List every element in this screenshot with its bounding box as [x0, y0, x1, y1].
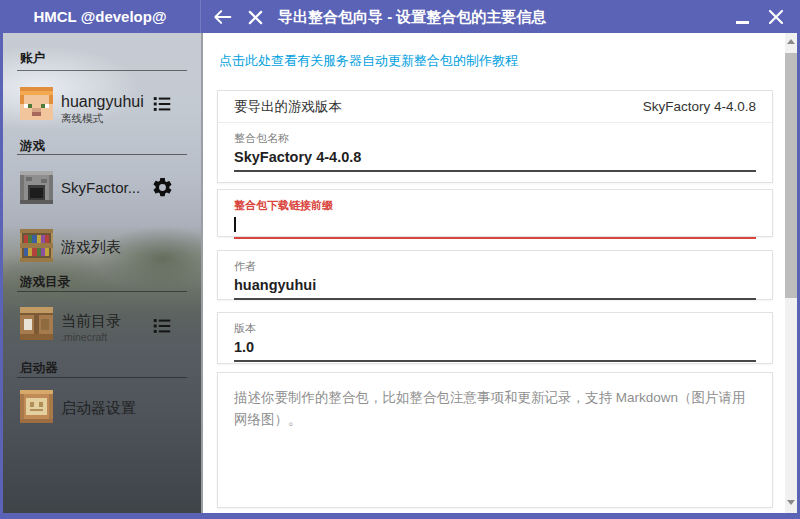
scroll-down-icon[interactable] — [787, 500, 795, 505]
back-arrow-icon — [212, 9, 232, 25]
title-bar: HMCL @develop@ 导出整合包向导 - 设置整合包的主要信息 — [0, 0, 800, 33]
account-name: huangyuhui — [61, 93, 144, 111]
furnace-icon — [20, 171, 53, 204]
modpack-name-input[interactable]: SkyFactory 4-4.0.8 — [234, 146, 756, 172]
crafting-table-icon — [20, 307, 53, 340]
game-version-value: SkyFactory 4-4.0.8 — [643, 99, 756, 114]
author-card: 作者 huangyuhui — [217, 250, 773, 300]
window-close-button[interactable] — [764, 5, 788, 29]
wizard-back-button[interactable] — [210, 5, 234, 29]
section-header-game: 游戏 — [20, 138, 45, 155]
current-directory-label: 当前目录 — [61, 312, 121, 331]
game-version-row: 要导出的游戏版本 SkyFactory 4-4.0.8 — [218, 91, 772, 123]
command-block-icon — [20, 390, 53, 423]
tutorial-link[interactable]: 点击此处查看有关服务器自动更新整合包的制作教程 — [219, 52, 518, 70]
account-mode: 离线模式 — [61, 112, 103, 126]
text-caret — [234, 217, 236, 232]
scroll-up-icon[interactable] — [787, 39, 795, 44]
download-url-field[interactable]: 整合包下载链接前缀 — [218, 190, 772, 239]
sidebar-item-current-directory[interactable]: 当前目录 .minecraft — [3, 306, 201, 346]
window-border-left — [0, 33, 3, 519]
sidebar-item-game-list[interactable]: 游戏列表 — [3, 228, 201, 266]
sidebar-item-current-game[interactable]: SkyFactor... — [3, 170, 201, 208]
section-header-launcher: 启动器 — [20, 360, 58, 377]
vertical-scrollbar[interactable] — [785, 33, 797, 513]
description-textarea[interactable]: 描述你要制作的整合包，比如整合包注意事项和更新记录，支持 Markdown（图片… — [218, 373, 772, 444]
divider — [17, 377, 187, 378]
sidebar-item-launcher-settings[interactable]: 启动器设置 — [3, 389, 201, 427]
author-input[interactable]: huangyuhui — [234, 274, 756, 300]
divider — [17, 154, 187, 155]
download-url-card: 整合包下载链接前缀 — [217, 189, 773, 237]
description-card: 描述你要制作的整合包，比如整合包注意事项和更新记录，支持 Markdown（图片… — [217, 372, 773, 508]
download-url-input[interactable] — [234, 213, 756, 239]
directory-list-icon[interactable] — [151, 315, 175, 339]
modpack-name-field[interactable]: 整合包名称 SkyFactory 4-4.0.8 — [218, 123, 772, 172]
section-header-account: 账户 — [20, 50, 45, 67]
wizard-close-button[interactable] — [243, 5, 267, 29]
author-label: 作者 — [234, 259, 756, 274]
section-header-directory: 游戏目录 — [20, 274, 70, 291]
scrollbar-thumb[interactable] — [785, 53, 797, 298]
modpack-version-input[interactable]: 1.0 — [234, 336, 756, 362]
current-directory-path: .minecraft — [61, 331, 107, 343]
modpack-version-field[interactable]: 版本 1.0 — [218, 313, 772, 362]
page-title: 导出整合包向导 - 设置整合包的主要信息 — [278, 0, 546, 33]
modpack-info-card: 要导出的游戏版本 SkyFactory 4-4.0.8 整合包名称 SkyFac… — [217, 90, 773, 183]
game-version-label: 要导出的游戏版本 — [234, 98, 342, 116]
divider — [201, 33, 203, 513]
modpack-version-label: 版本 — [234, 321, 756, 336]
main-content: 点击此处查看有关服务器自动更新整合包的制作教程 要导出的游戏版本 SkyFact… — [203, 33, 785, 513]
bookshelf-icon — [20, 229, 53, 262]
download-url-label: 整合包下载链接前缀 — [234, 198, 756, 213]
launcher-settings-label: 启动器设置 — [61, 399, 136, 418]
sidebar: 账户 huangyuhui 离线模式 — [3, 33, 201, 513]
sidebar-item-account[interactable]: huangyuhui 离线模式 — [3, 85, 201, 125]
modpack-name-label: 整合包名称 — [234, 131, 756, 146]
account-list-icon[interactable] — [151, 93, 175, 117]
divider — [17, 70, 187, 71]
game-list-label: 游戏列表 — [61, 238, 121, 257]
window-minimize-button[interactable] — [730, 5, 754, 29]
modpack-version-card: 版本 1.0 — [217, 312, 773, 364]
avatar — [20, 87, 53, 120]
divider — [17, 291, 187, 292]
close-icon — [248, 10, 263, 25]
close-icon — [768, 9, 784, 25]
window-border-bottom — [0, 513, 800, 519]
gear-icon[interactable] — [151, 176, 175, 200]
app-title: HMCL @develop@ — [0, 0, 201, 33]
author-field[interactable]: 作者 huangyuhui — [218, 251, 772, 300]
minimize-icon — [736, 21, 749, 24]
current-game-label: SkyFactor... — [61, 179, 140, 196]
